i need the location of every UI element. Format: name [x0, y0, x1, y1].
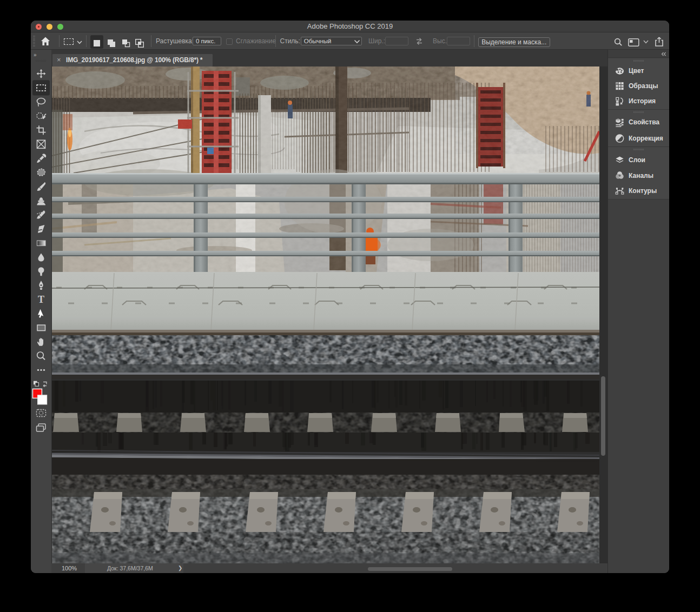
svg-text:T: T: [38, 294, 44, 305]
svg-text:»: »: [34, 52, 37, 58]
